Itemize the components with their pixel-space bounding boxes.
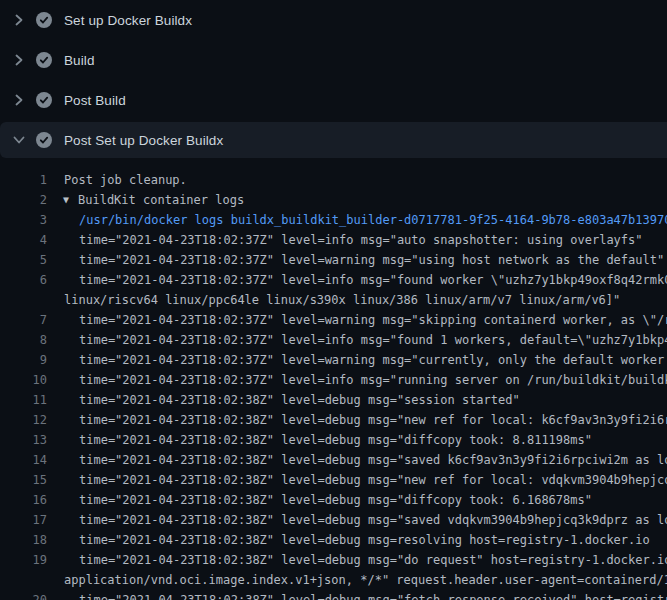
log-line: 9 time="2021-04-23T18:02:37Z" level=warn… xyxy=(0,350,667,370)
log-line-number[interactable]: 8 xyxy=(0,330,47,350)
chevron-icon xyxy=(12,93,26,107)
log-line-text: time="2021-04-23T18:02:38Z" level=debug … xyxy=(79,490,592,510)
log-line-number[interactable]: 1 xyxy=(0,170,47,190)
log-line-number[interactable]: 10 xyxy=(0,370,47,390)
log-line-number[interactable]: 20 xyxy=(0,590,47,600)
log-line: 15 time="2021-04-23T18:02:38Z" level=deb… xyxy=(0,470,667,490)
check-circle-icon xyxy=(36,52,52,68)
log-line: 19 time="2021-04-23T18:02:38Z" level=deb… xyxy=(0,550,667,570)
log-line-number[interactable]: 6 xyxy=(0,270,47,290)
log-line-text: BuildKit container logs xyxy=(78,190,244,210)
step-header-set-up-docker-buildx[interactable]: Set up Docker Buildx xyxy=(0,0,667,40)
log-line-text: application/vnd.oci.image.index.v1+json,… xyxy=(64,570,667,590)
log-line-number[interactable]: 16 xyxy=(0,490,47,510)
log-line-number[interactable]: 4 xyxy=(0,230,47,250)
log-line-text: time="2021-04-23T18:02:38Z" level=debug … xyxy=(79,590,667,600)
log-line-number[interactable]: 11 xyxy=(0,390,47,410)
log-line: 18 time="2021-04-23T18:02:38Z" level=deb… xyxy=(0,530,667,550)
log-line-number[interactable]: 18 xyxy=(0,530,47,550)
log-line-number[interactable]: 12 xyxy=(0,410,47,430)
log-line: 13 time="2021-04-23T18:02:38Z" level=deb… xyxy=(0,430,667,450)
log-line: 16 time="2021-04-23T18:02:38Z" level=deb… xyxy=(0,490,667,510)
log-line: 2 ▼ BuildKit container logs xyxy=(0,190,667,210)
log-line-number[interactable]: 2 xyxy=(0,190,47,210)
log-line: 4 time="2021-04-23T18:02:37Z" level=info… xyxy=(0,230,667,250)
log-line-number[interactable]: 3 xyxy=(0,210,47,230)
step-header-post-build[interactable]: Post Build xyxy=(0,80,667,120)
log-line: application/vnd.oci.image.index.v1+json,… xyxy=(0,570,667,590)
log-line-text: time="2021-04-23T18:02:38Z" level=debug … xyxy=(79,510,667,530)
log-line-text: time="2021-04-23T18:02:38Z" level=debug … xyxy=(79,450,667,470)
log-line: 3 /usr/bin/docker logs buildx_buildkit_b… xyxy=(0,210,667,230)
step-header-post-set-up-docker-buildx[interactable]: Post Set up Docker Buildx xyxy=(0,122,667,158)
log-line: 17 time="2021-04-23T18:02:38Z" level=deb… xyxy=(0,510,667,530)
step-title: Post Build xyxy=(64,93,126,108)
step-header-build[interactable]: Build xyxy=(0,40,667,80)
log-line-number[interactable]: 9 xyxy=(0,350,47,370)
log-viewer: 1 Post job cleanup. 2 ▼ BuildKit contain… xyxy=(0,160,667,600)
log-line: 8 time="2021-04-23T18:02:37Z" level=info… xyxy=(0,330,667,350)
log-line: 7 time="2021-04-23T18:02:37Z" level=warn… xyxy=(0,310,667,330)
log-line-number[interactable]: 17 xyxy=(0,510,47,530)
step-title: Set up Docker Buildx xyxy=(64,13,192,28)
log-line: 6 time="2021-04-23T18:02:37Z" level=info… xyxy=(0,270,667,290)
log-line-number[interactable]: 15 xyxy=(0,470,47,490)
log-line-text: time="2021-04-23T18:02:37Z" level=warnin… xyxy=(79,310,667,330)
log-line-number[interactable]: 14 xyxy=(0,450,47,470)
check-circle-icon xyxy=(36,12,52,28)
log-line-text: time="2021-04-23T18:02:37Z" level=info m… xyxy=(79,330,667,350)
check-circle-icon xyxy=(36,132,52,148)
log-line-text: time="2021-04-23T18:02:38Z" level=debug … xyxy=(79,430,592,450)
log-line-text: time="2021-04-23T18:02:38Z" level=debug … xyxy=(79,410,667,430)
log-line-text: /usr/bin/docker logs buildx_buildkit_bui… xyxy=(79,210,667,230)
log-line: 10 time="2021-04-23T18:02:37Z" level=inf… xyxy=(0,370,667,390)
workflow-log-panel: Set up Docker Buildx Build xyxy=(0,0,667,600)
log-line: linux/riscv64 linux/ppc64le linux/s390x … xyxy=(0,290,667,310)
log-line-number[interactable]: 13 xyxy=(0,430,47,450)
log-line-text: linux/riscv64 linux/ppc64le linux/s390x … xyxy=(64,290,620,310)
log-line-text: time="2021-04-23T18:02:37Z" level=info m… xyxy=(79,230,643,250)
step-title: Build xyxy=(64,53,95,68)
log-line-text: time="2021-04-23T18:02:37Z" level=warnin… xyxy=(79,350,667,370)
log-line-number[interactable]: 7 xyxy=(0,310,47,330)
log-line-text: time="2021-04-23T18:02:37Z" level=info m… xyxy=(79,270,667,290)
steps-list: Set up Docker Buildx Build xyxy=(0,0,667,158)
log-group-toggle-icon[interactable]: ▼ xyxy=(63,190,69,210)
log-line: 14 time="2021-04-23T18:02:38Z" level=deb… xyxy=(0,450,667,470)
log-line-text: time="2021-04-23T18:02:37Z" level=warnin… xyxy=(79,250,664,270)
log-line: 1 Post job cleanup. xyxy=(0,170,667,190)
log-line: 12 time="2021-04-23T18:02:38Z" level=deb… xyxy=(0,410,667,430)
log-line: 5 time="2021-04-23T18:02:37Z" level=warn… xyxy=(0,250,667,270)
log-line-text: time="2021-04-23T18:02:37Z" level=info m… xyxy=(79,370,667,390)
log-line-text: time="2021-04-23T18:02:38Z" level=debug … xyxy=(79,530,650,550)
step-title: Post Set up Docker Buildx xyxy=(64,133,223,148)
log-line-text: time="2021-04-23T18:02:38Z" level=debug … xyxy=(79,470,667,490)
log-line-number[interactable]: 5 xyxy=(0,250,47,270)
log-line: 11 time="2021-04-23T18:02:38Z" level=deb… xyxy=(0,390,667,410)
check-circle-icon xyxy=(36,92,52,108)
chevron-icon xyxy=(12,133,26,147)
log-line-text: time="2021-04-23T18:02:38Z" level=debug … xyxy=(79,390,520,410)
log-line: 20 time="2021-04-23T18:02:38Z" level=deb… xyxy=(0,590,667,600)
log-line-text: time="2021-04-23T18:02:38Z" level=debug … xyxy=(79,550,667,570)
log-line-text: Post job cleanup. xyxy=(64,170,187,190)
chevron-icon xyxy=(12,13,26,27)
chevron-icon xyxy=(12,53,26,67)
log-line-number[interactable]: 19 xyxy=(0,550,47,570)
